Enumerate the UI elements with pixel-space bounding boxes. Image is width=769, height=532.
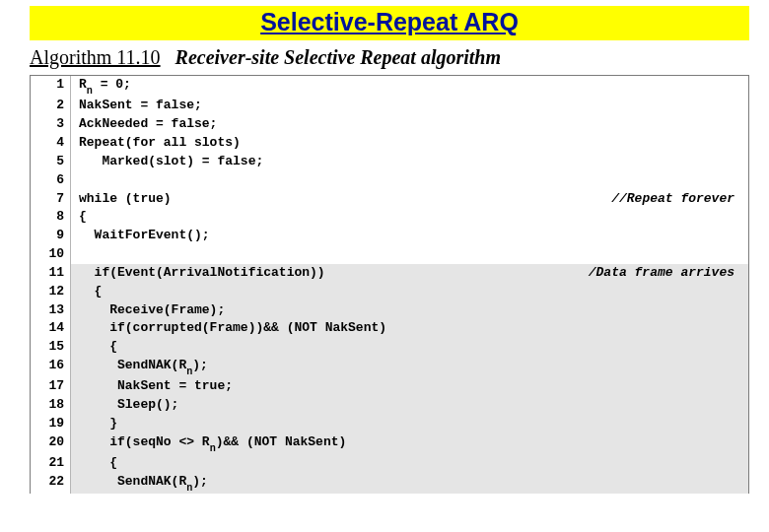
code-content: Repeat(for all slots) (71, 134, 748, 153)
line-number: 6 (31, 171, 71, 190)
code-text: if(Event(ArrivalNotification)) (79, 264, 325, 283)
line-number: 18 (31, 396, 71, 415)
title-banner: Selective-Repeat ARQ (30, 6, 749, 40)
code-content: Marked(slot) = false; (71, 153, 748, 171)
code-content: SendNAK(Rn); (71, 473, 748, 494)
code-line: 1Rn = 0; (31, 76, 748, 97)
code-content: { (71, 454, 748, 473)
code-content: NakSent = true; (71, 377, 748, 396)
code-content (71, 171, 748, 190)
line-number: 2 (31, 97, 71, 115)
algorithm-number: Algorithm 11.10 (30, 46, 161, 68)
code-line: 16 SendNAK(Rn); (31, 357, 748, 377)
line-number: 11 (31, 264, 71, 283)
code-text: while (true) (79, 190, 172, 209)
code-line: 13 Receive(Frame); (31, 301, 748, 320)
code-line: 17 NakSent = true; (31, 377, 748, 396)
line-number: 3 (31, 115, 71, 134)
line-number: 5 (31, 153, 71, 171)
line-number: 22 (31, 473, 71, 494)
code-text: } (79, 415, 117, 433)
code-content (71, 245, 748, 264)
code-text: { (79, 338, 117, 357)
code-content: WaitForEvent(); (71, 227, 748, 245)
code-text: SendNAK(Rn); (79, 357, 208, 377)
code-comment: /Data frame arrives (589, 264, 738, 283)
code-line: 22 SendNAK(Rn); (31, 473, 748, 494)
line-number: 4 (31, 134, 71, 153)
code-text: WaitForEvent(); (79, 227, 210, 245)
line-number: 12 (31, 283, 71, 301)
line-number: 7 (31, 190, 71, 209)
line-number: 17 (31, 377, 71, 396)
code-content: { (71, 338, 748, 357)
code-line: 20 if(seqNo <> Rn)&& (NOT NakSent) (31, 433, 748, 454)
line-number: 10 (31, 245, 71, 264)
code-line: 4Repeat(for all slots) (31, 134, 748, 153)
code-line: 9 WaitForEvent(); (31, 227, 748, 245)
code-text: if(seqNo <> Rn)&& (NOT NakSent) (79, 433, 346, 454)
line-number: 8 (31, 208, 71, 227)
code-text: Marked(slot) = false; (79, 153, 263, 171)
code-content: if(seqNo <> Rn)&& (NOT NakSent) (71, 433, 748, 454)
code-text: Sleep(); (79, 396, 178, 415)
line-number: 19 (31, 415, 71, 433)
code-text: { (79, 208, 87, 227)
algorithm-heading: Algorithm 11.10 Receiver-site Selective … (30, 46, 749, 69)
code-comment: //Repeat forever (611, 190, 738, 209)
line-number: 15 (31, 338, 71, 357)
line-number: 20 (31, 433, 71, 454)
code-text: NakSent = true; (79, 377, 233, 396)
code-content: NakSent = false; (71, 97, 748, 115)
line-number: 14 (31, 319, 71, 338)
code-content: { (71, 283, 748, 301)
algorithm-title: Receiver-site Selective Repeat algorithm (175, 46, 501, 68)
code-text: Rn = 0; (79, 76, 131, 97)
code-listing: 1Rn = 0;2NakSent = false;3AckNeeded = fa… (30, 75, 749, 494)
code-text: { (79, 454, 117, 473)
code-line: 18 Sleep(); (31, 396, 748, 415)
code-line: 8{ (31, 208, 748, 227)
code-content: if(corrupted(Frame))&& (NOT NakSent) (71, 319, 748, 338)
code-content: AckNeeded = false; (71, 115, 748, 134)
code-text: Repeat(for all slots) (79, 134, 241, 153)
code-text: if(corrupted(Frame))&& (NOT NakSent) (79, 319, 386, 338)
line-number: 1 (31, 76, 71, 97)
code-line: 19 } (31, 415, 748, 433)
code-content: if(Event(ArrivalNotification))/Data fram… (71, 264, 748, 283)
line-number: 13 (31, 301, 71, 320)
code-content: Rn = 0; (71, 76, 748, 97)
line-number: 9 (31, 227, 71, 245)
code-line: 10 (31, 245, 748, 264)
code-line: 12 { (31, 283, 748, 301)
code-text: AckNeeded = false; (79, 115, 217, 134)
code-line: 14 if(corrupted(Frame))&& (NOT NakSent) (31, 319, 748, 338)
code-content: while (true)//Repeat forever (71, 190, 748, 209)
page: Selective-Repeat ARQ Algorithm 11.10 Rec… (0, 0, 769, 494)
code-text: NakSent = false; (79, 97, 202, 115)
code-text: { (79, 283, 102, 301)
page-title: Selective-Repeat ARQ (30, 8, 749, 36)
code-content: { (71, 208, 748, 227)
code-line: 15 { (31, 338, 748, 357)
line-number: 21 (31, 454, 71, 473)
code-line: 6 (31, 171, 748, 190)
code-content: Sleep(); (71, 396, 748, 415)
code-line: 7while (true)//Repeat forever (31, 190, 748, 209)
code-text: Receive(Frame); (79, 301, 225, 320)
code-line: 5 Marked(slot) = false; (31, 153, 748, 171)
code-line: 21 { (31, 454, 748, 473)
code-text: SendNAK(Rn); (79, 473, 208, 494)
code-line: 3AckNeeded = false; (31, 115, 748, 134)
code-content: SendNAK(Rn); (71, 357, 748, 377)
code-content: Receive(Frame); (71, 301, 748, 320)
code-line: 11 if(Event(ArrivalNotification))/Data f… (31, 264, 748, 283)
code-line: 2NakSent = false; (31, 97, 748, 115)
code-content: } (71, 415, 748, 433)
line-number: 16 (31, 357, 71, 377)
